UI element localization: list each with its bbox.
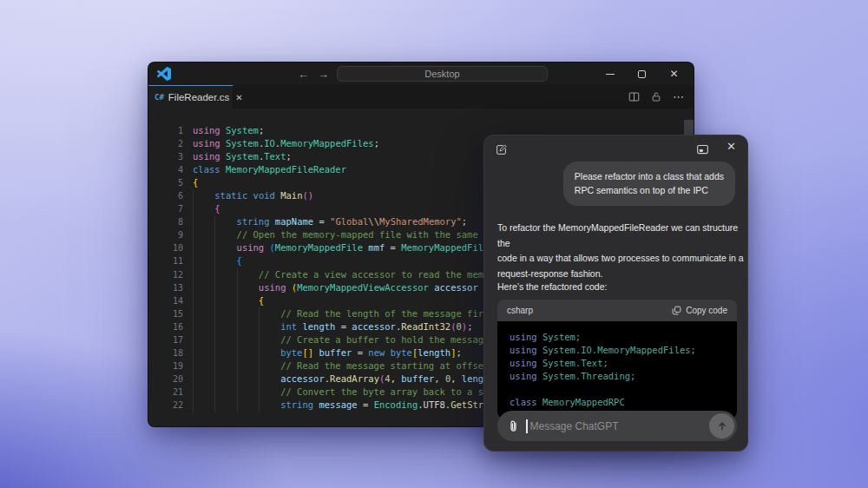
code-line: // Read the message starting at offset [193, 359, 495, 373]
code-line: { [193, 202, 495, 215]
minimize-button[interactable] [594, 63, 626, 85]
tab-label: FileReader.cs [168, 92, 229, 102]
code-line: using (MemoryMappedFile mmf = MemoryMapp… [193, 241, 495, 254]
code-line: string message = Encoding.UTF8.GetStrin [193, 399, 495, 412]
code-line: // Create a buffer to hold the message [193, 333, 495, 346]
code-line: using (MemoryMappedViewAccessor accessor… [193, 281, 495, 294]
line-number: 1 [148, 124, 183, 137]
split-editor-button[interactable] [628, 91, 640, 102]
lock-button[interactable] [651, 91, 661, 102]
minimize-icon [606, 74, 615, 75]
chat-code-block: csharp Copy code using System;using Syst… [497, 300, 737, 419]
line-number: 6 [148, 189, 183, 202]
new-chat-button[interactable] [495, 143, 508, 156]
command-center-label: Desktop [424, 69, 459, 79]
code-line: byte[] buffer = new byte[length]; [193, 346, 495, 359]
code-line: class MemoryMappedRPC [510, 395, 725, 408]
code-line [510, 382, 725, 395]
line-number: 16 [148, 320, 183, 333]
message-input-placeholder: Message ChatGPT [530, 420, 619, 432]
code-line: using System.Text; [510, 356, 725, 369]
attach-paperclip-icon[interactable] [507, 419, 520, 433]
maximize-button[interactable] [626, 63, 658, 85]
popout-window-button[interactable] [696, 143, 709, 155]
text-caret [526, 419, 528, 433]
user-message-bubble: Please refactor into a class that adds R… [563, 162, 735, 206]
code-line: { [193, 254, 495, 267]
code-line: using System; [510, 330, 725, 343]
line-number: 21 [148, 386, 183, 399]
code-lines: using System;using System.IO.MemoryMappe… [193, 124, 495, 412]
code-line: // Read the length of the message first [193, 307, 495, 320]
editor-tabbar: C# FileReader.cs ✕ ⋯ [148, 85, 694, 109]
popout-icon [696, 143, 709, 155]
chat-code-lines: using System;using System.IO.MemoryMappe… [497, 321, 737, 419]
copy-code-label: Copy code [686, 306, 727, 315]
window-controls: ✕ [594, 63, 690, 85]
code-line: // Create a view accessor to read the me… [193, 268, 495, 281]
code-line: using System.Text; [193, 150, 495, 163]
split-editor-icon [628, 91, 640, 102]
line-number: 12 [148, 268, 183, 281]
code-line: static void Main() [193, 189, 495, 202]
copy-code-button[interactable]: Copy code [672, 306, 727, 315]
nav-forward-button[interactable]: → [318, 68, 329, 81]
line-number: 20 [148, 373, 183, 386]
compose-icon [495, 143, 508, 156]
line-number: 2 [148, 137, 183, 150]
line-number: 11 [148, 254, 183, 267]
code-language-label: csharp [507, 306, 533, 315]
line-number-gutter: 12345678910111213141516171819202122 [148, 124, 183, 412]
nav-back-button[interactable]: ← [298, 68, 309, 81]
line-number: 19 [148, 359, 183, 373]
code-line: { [193, 294, 495, 307]
line-number: 14 [148, 294, 183, 307]
code-line: // Open the memory-mapped file with the … [193, 228, 495, 241]
close-window-button[interactable]: ✕ [658, 63, 690, 85]
desktop-background: ← → Desktop ✕ C# FileReader.cs ✕ [0, 0, 868, 488]
assistant-code-intro-text: Here’s the refactored code: [497, 281, 607, 292]
line-number: 13 [148, 281, 183, 294]
code-line: using System.Threading; [510, 369, 725, 382]
copy-icon [672, 306, 681, 315]
chat-close-button[interactable]: ✕ [727, 140, 736, 153]
unlock-icon [651, 91, 661, 102]
command-center-search[interactable]: Desktop [337, 66, 548, 82]
vscode-titlebar: ← → Desktop ✕ [148, 63, 694, 85]
code-line: { [193, 176, 495, 189]
code-block-header: csharp Copy code [497, 300, 737, 321]
more-actions-button[interactable]: ⋯ [673, 90, 685, 103]
send-arrow-icon [716, 420, 728, 432]
line-number: 15 [148, 307, 183, 320]
line-number: 7 [148, 202, 183, 215]
code-line: int length = accessor.ReadInt32(0); [193, 320, 495, 333]
code-line: // Convert the byte array back to a str [193, 386, 495, 399]
line-number: 18 [148, 346, 183, 359]
code-line: using System; [193, 124, 495, 137]
line-number: 8 [148, 215, 183, 228]
chatgpt-panel: ✕ Please refactor into a class that adds… [483, 135, 748, 452]
line-number: 4 [148, 163, 183, 176]
maximize-icon [638, 70, 646, 78]
line-number: 22 [148, 399, 183, 412]
line-number: 10 [148, 241, 183, 254]
assistant-message-text: To refactor the MemoryMappedFileReader w… [497, 221, 747, 282]
tab-filereader[interactable]: C# FileReader.cs ✕ [148, 85, 233, 109]
code-line: using System.IO.MemoryMappedFiles; [193, 137, 495, 150]
vscode-logo-icon [157, 67, 171, 81]
csharp-file-icon: C# [155, 93, 164, 102]
message-input-bar[interactable]: Message ChatGPT [497, 411, 737, 441]
code-line: string mapName = "Global\\MySharedMemory… [193, 215, 495, 228]
code-line: class MemoryMappedFileReader [193, 163, 495, 176]
line-number: 3 [148, 150, 183, 163]
line-number: 5 [148, 176, 183, 189]
line-number: 9 [148, 228, 183, 241]
code-line: accessor.ReadArray(4, buffer, 0, length [193, 373, 495, 386]
code-line: using System.IO.MemoryMappedFiles; [510, 343, 725, 356]
send-button[interactable] [709, 413, 734, 439]
line-number: 17 [148, 333, 183, 346]
tab-close-icon[interactable]: ✕ [235, 93, 242, 102]
